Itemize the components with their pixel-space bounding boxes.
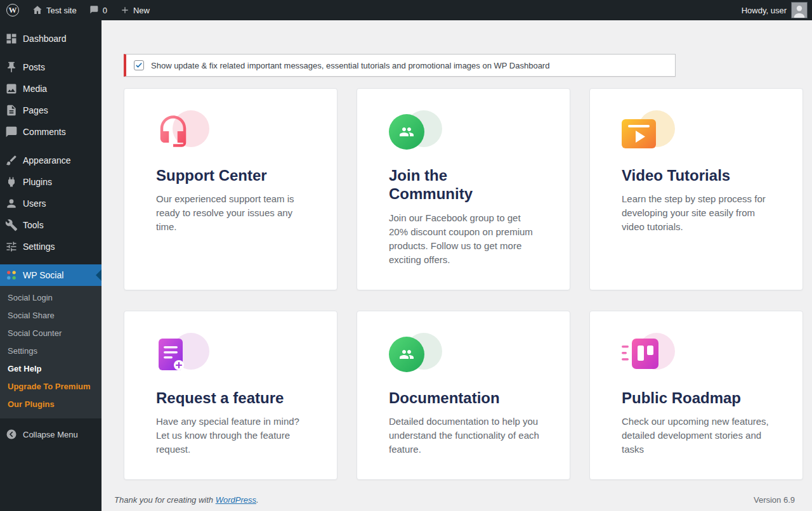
sidebar-item-settings[interactable]: Settings — [0, 236, 102, 257]
sidebar-item-wp-social[interactable]: WP Social — [0, 264, 102, 286]
new-content-button[interactable]: New — [114, 0, 156, 20]
collapse-menu-button[interactable]: Collapse Menu — [0, 424, 102, 445]
card-title: Public Roadmap — [622, 389, 761, 407]
documentation-people-icon — [389, 334, 452, 375]
sidebar-item-users[interactable]: Users — [0, 193, 102, 214]
site-name: Test site — [46, 6, 77, 15]
posts-pin-icon — [5, 61, 18, 74]
submenu-get-help[interactable]: Get Help — [0, 360, 102, 378]
howdy-text[interactable]: Howdy, user — [742, 6, 787, 15]
sidebar-item-comments[interactable]: Comments — [0, 121, 102, 143]
main-content: Show update & fix related important mess… — [102, 20, 812, 511]
card-description: Join our Facebook group to get 20% disco… — [389, 211, 539, 267]
sidebar-item-label: Settings — [23, 242, 55, 252]
card-documentation: Documentation Detailed documentation to … — [357, 311, 570, 480]
submenu-social-share[interactable]: Social Share — [0, 307, 102, 325]
comment-bubble-icon — [89, 5, 100, 15]
card-join-the-community: Join the Community Join our Facebook gro… — [357, 88, 570, 290]
sidebar-item-label: Media — [23, 84, 47, 94]
wordpress-logo-icon: W — [6, 4, 19, 16]
footer-thanks-text: Thank you for creating with WordPress. — [114, 495, 259, 505]
sidebar-item-label: Dashboard — [23, 34, 67, 44]
headset-icon — [156, 112, 219, 152]
new-label: New — [133, 6, 150, 15]
notice-label[interactable]: Show update & fix related important mess… — [151, 61, 549, 70]
submenu-social-counter[interactable]: Social Counter — [0, 325, 102, 342]
submenu-social-login[interactable]: Social Login — [0, 289, 102, 307]
sidebar-item-label: Comments — [23, 127, 66, 137]
dashboard-icon — [5, 32, 18, 45]
card-title: Documentation — [389, 389, 528, 407]
video-play-icon — [622, 112, 685, 152]
dashboard-messages-notice: Show update & fix related important mess… — [124, 54, 676, 77]
checkmark-icon — [135, 61, 143, 69]
card-title: Support Center — [156, 166, 296, 184]
media-image-icon — [5, 82, 18, 95]
dashboard-messages-checkbox[interactable] — [134, 60, 144, 70]
card-title: Join the Community — [389, 166, 528, 204]
card-request-a-feature: Request a feature Have any special featu… — [124, 311, 337, 480]
sidebar-item-posts[interactable]: Posts — [0, 56, 102, 78]
comments-bubble-icon — [5, 126, 18, 138]
sidebar-item-appearance[interactable]: Appearance — [0, 150, 102, 171]
sidebar-item-label: Pages — [23, 105, 48, 115]
sidebar-item-media[interactable]: Media — [0, 78, 102, 100]
tools-wrench-icon — [5, 219, 18, 231]
home-icon — [32, 4, 43, 16]
feature-request-clipboard-icon — [156, 334, 219, 375]
users-person-icon — [5, 197, 18, 210]
avatar-person-icon — [792, 3, 807, 18]
help-cards-grid: Support Center Our experienced support t… — [124, 88, 812, 480]
sidebar-item-dashboard[interactable]: Dashboard — [0, 28, 102, 49]
footer-thanks-suffix: . — [256, 495, 259, 505]
wordpress-menu-button[interactable]: W — [0, 0, 25, 20]
community-people-icon — [389, 112, 452, 152]
card-description: Have any special feature in mind? Let us… — [156, 415, 306, 456]
collapse-arrow-icon — [5, 428, 18, 441]
sidebar-item-label: Tools — [23, 220, 44, 230]
admin-bar: W Test site 0 New Howdy, user — [0, 0, 812, 20]
sidebar-item-label: Users — [23, 198, 46, 209]
sidebar-item-label: Appearance — [23, 155, 71, 165]
site-link[interactable]: Test site — [25, 0, 83, 20]
plugins-plug-icon — [5, 176, 18, 188]
footer-thanks-prefix: Thank you for creating with — [114, 495, 216, 505]
admin-footer: Thank you for creating with WordPress. V… — [114, 495, 795, 505]
card-support-center: Support Center Our experienced support t… — [124, 88, 337, 290]
comments-shortcut[interactable]: 0 — [83, 0, 114, 20]
card-video-tutorials: Video Tutorials Learn the step by step p… — [589, 88, 803, 290]
sidebar-item-tools[interactable]: Tools — [0, 214, 102, 236]
card-title: Request a feature — [156, 389, 296, 407]
wp-social-colored-icon — [5, 269, 18, 281]
card-public-roadmap: Public Roadmap Check our upcoming new fe… — [589, 311, 803, 480]
footer-version: Version 6.9 — [754, 495, 795, 505]
submenu-our-plugins[interactable]: Our Plugins — [0, 396, 102, 413]
comments-count: 0 — [103, 6, 107, 15]
card-title: Video Tutorials — [622, 166, 761, 184]
sidebar-item-label: WP Social — [23, 270, 63, 280]
admin-sidebar: Dashboard Posts Media Pages Comments — [0, 20, 102, 511]
pages-document-icon — [5, 104, 18, 117]
card-description: Check our upcoming new features, detaile… — [622, 415, 772, 456]
submenu-settings[interactable]: Settings — [0, 342, 102, 360]
card-description: Detailed documentation to help you under… — [389, 415, 539, 456]
collapse-menu-label: Collapse Menu — [23, 430, 78, 439]
roadmap-board-icon — [622, 334, 685, 375]
user-avatar[interactable] — [791, 2, 808, 18]
plus-icon — [120, 5, 130, 15]
card-description: Our experienced support team is ready to… — [156, 192, 306, 234]
wordpress-link[interactable]: WordPress — [216, 495, 256, 505]
submenu-upgrade-to-premium[interactable]: Upgrade To Premium — [0, 378, 102, 396]
sidebar-item-label: Posts — [23, 62, 45, 72]
sidebar-item-plugins[interactable]: Plugins — [0, 171, 102, 193]
card-description: Learn the step by step process for devel… — [622, 192, 772, 234]
sidebar-item-label: Plugins — [23, 177, 52, 187]
settings-sliders-icon — [5, 240, 18, 253]
sidebar-item-pages[interactable]: Pages — [0, 100, 102, 121]
appearance-brush-icon — [5, 154, 18, 167]
wp-social-submenu: Social Login Social Share Social Counter… — [0, 286, 102, 418]
